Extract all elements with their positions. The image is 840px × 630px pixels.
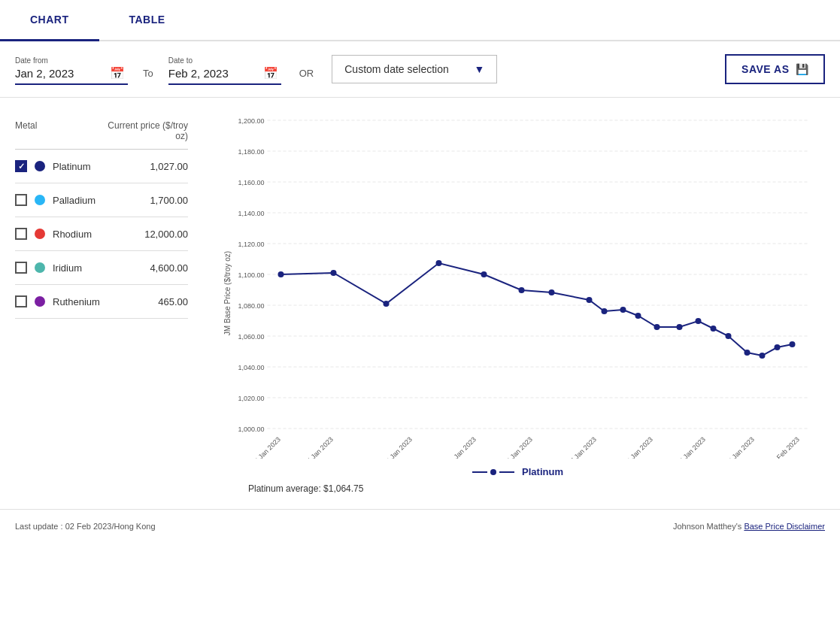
ruthenium-dot [35,296,45,307]
svg-text:13 Jan 2023: 13 Jan 2023 [502,435,534,459]
svg-text:1,120.00: 1,120.00 [238,241,264,248]
save-as-button[interactable]: SAVE AS 💾 [725,54,825,84]
platinum-dot [35,161,45,171]
custom-date-select[interactable]: Custom date selection ▼ [332,55,497,83]
svg-point-27 [519,287,525,293]
metal-col-header: Metal [15,120,37,141]
svg-text:1 Feb 2023: 1 Feb 2023 [772,435,801,459]
svg-point-39 [760,353,766,359]
y-axis-label: JM Base Price ($/troy oz) [223,251,232,335]
svg-point-38 [744,350,751,356]
svg-point-26 [481,271,487,277]
palladium-price: 1,700.00 [150,195,188,206]
save-as-label: SAVE AS [741,63,789,75]
disclaimer-text: Johnson Matthey's Base Price Disclaimer [673,522,825,531]
date-to-value[interactable]: Feb 2, 2023 [168,67,229,80]
svg-point-29 [587,297,593,303]
svg-text:1,000.00: 1,000.00 [238,426,264,433]
disclaimer-prefix: Johnson Matthey's [673,522,744,531]
chart-legend: Platinum [203,466,832,477]
date-from-field: Date from Jan 2, 2023 📅 [15,53,128,85]
ruthenium-name: Ruthenium [53,296,150,307]
svg-point-41 [790,341,796,347]
svg-point-33 [654,324,660,330]
palladium-checkbox[interactable] [15,194,27,206]
iridium-name: Iridium [53,262,142,274]
platinum-legend: Platinum [472,466,563,477]
svg-point-28 [549,289,555,295]
date-from-value[interactable]: Jan 2, 2023 [15,67,74,80]
checkmark-icon: ✓ [18,162,25,171]
svg-point-32 [635,313,641,319]
or-separator: OR [299,68,314,79]
main-content: Metal Current price ($/troy oz) ✓ Platin… [0,98,840,509]
footer: Last update : 02 Feb 2023/Hong Kong John… [0,509,840,543]
custom-date-label: Custom date selection [344,63,449,75]
svg-point-37 [726,333,732,339]
svg-text:30 Jan 2023: 30 Jan 2023 [724,435,756,459]
svg-text:19 Jan 2023: 19 Jan 2023 [623,435,654,459]
metal-row-ruthenium: Ruthenium 465.00 [15,285,188,319]
date-from-label: Date from [15,56,125,65]
toolbar: Date from Jan 2, 2023 📅 To Date to Feb 2… [0,41,840,98]
svg-text:26 Jan 2023: 26 Jan 2023 [675,435,707,459]
rhodium-name: Rhodium [53,229,137,240]
palladium-name: Palladium [53,195,142,206]
chart-area: JM Base Price ($/troy oz) 1,200.00 1,180… [203,105,840,501]
rhodium-checkbox[interactable] [15,228,27,240]
chevron-down-icon: ▼ [474,63,484,75]
metals-sidebar: Metal Current price ($/troy oz) ✓ Platin… [0,105,203,501]
svg-text:17 Jan 2023: 17 Jan 2023 [566,435,598,459]
svg-point-36 [711,326,717,332]
ruthenium-price: 465.00 [158,296,188,307]
svg-text:1,180.00: 1,180.00 [238,148,264,156]
y-axis: 1,200.00 1,180.00 1,160.00 1,140.00 1,12… [238,117,807,433]
platinum-checkbox[interactable]: ✓ [15,160,27,172]
metal-row-rhodium: Rhodium 12,000.00 [15,217,188,251]
legend-line-symbol [472,471,487,473]
rhodium-price: 12,000.00 [144,229,188,240]
rhodium-dot [35,229,45,239]
metal-row-platinum: ✓ Platinum 1,027.00 [15,150,188,183]
date-from-calendar-icon[interactable]: 📅 [110,66,125,80]
svg-point-35 [696,318,702,324]
svg-text:1,020.00: 1,020.00 [238,395,264,402]
svg-point-34 [677,324,683,330]
svg-point-22 [278,271,284,277]
iridium-dot [35,262,45,273]
tab-chart[interactable]: CHART [0,0,99,41]
svg-text:1,060.00: 1,060.00 [238,333,264,341]
svg-text:11 Jan 2023: 11 Jan 2023 [446,435,478,459]
to-separator: To [143,68,153,79]
svg-point-23 [331,270,337,276]
platinum-line [278,260,796,359]
svg-point-24 [384,301,390,307]
last-update-text: Last update : 02 Feb 2023/Hong Kong [15,522,156,531]
disclaimer-link[interactable]: Base Price Disclaimer [744,522,825,531]
svg-text:1,160.00: 1,160.00 [238,179,264,186]
iridium-checkbox[interactable] [15,262,27,274]
metal-row-palladium: Palladium 1,700.00 [15,183,188,217]
svg-text:3 Jan 2023: 3 Jan 2023 [253,435,282,459]
tabs-container: CHART TABLE [0,0,840,41]
svg-point-31 [620,307,626,313]
svg-text:1,080.00: 1,080.00 [238,302,264,310]
legend-dot-symbol [490,469,496,475]
metal-row-iridium: Iridium 4,600.00 [15,251,188,285]
legend-label: Platinum [522,466,563,477]
svg-point-30 [602,308,608,314]
legend-line-symbol2 [499,471,514,473]
svg-text:1,140.00: 1,140.00 [238,210,264,217]
svg-point-25 [436,260,442,266]
platinum-price: 1,027.00 [150,161,188,172]
ruthenium-checkbox[interactable] [15,295,27,307]
save-icon: 💾 [796,63,809,75]
tab-table[interactable]: TABLE [99,0,196,41]
svg-text:5 Jan 2023: 5 Jan 2023 [305,435,335,459]
date-to-label: Date to [168,56,278,65]
date-to-calendar-icon[interactable]: 📅 [263,66,278,80]
chart-container: JM Base Price ($/troy oz) 1,200.00 1,180… [203,113,832,459]
x-axis: 3 Jan 2023 5 Jan 2023 9 Jan 2023 11 Jan … [253,435,801,459]
price-col-header: Current price ($/troy oz) [98,120,188,141]
sidebar-header: Metal Current price ($/troy oz) [15,113,188,150]
